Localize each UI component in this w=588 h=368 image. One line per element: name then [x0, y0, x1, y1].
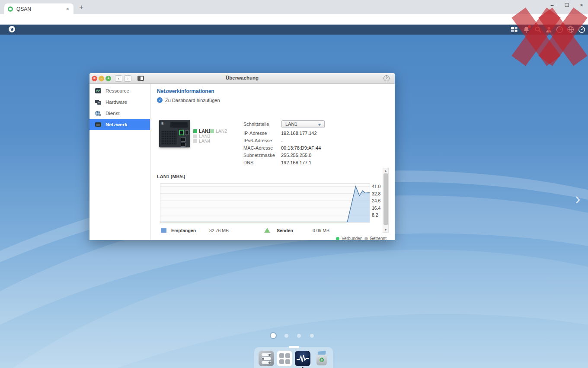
search-icon[interactable] [534, 26, 542, 33]
resource-gauge-icon[interactable] [578, 26, 585, 33]
lan2-label: LAN2 [216, 128, 227, 134]
desktop-page-dot-3[interactable] [297, 334, 301, 338]
field-label-schnittstelle: Schnittstelle [243, 122, 269, 127]
field-value-mac: 00:13:78:D9:AF:44 [281, 145, 321, 150]
y-axis-tick: 24.6 [372, 198, 380, 203]
chart-title: LAN1 (MB/s) [157, 174, 185, 179]
lan4-status-square [193, 139, 197, 143]
content-scrollbar[interactable]: ▲ ▼ [383, 168, 389, 233]
dock-handle[interactable] [289, 346, 299, 348]
desktop-page-dot-1[interactable] [271, 333, 276, 338]
browser-tab-strip: QSAN × + – ☐ × [0, 0, 588, 14]
sidebar-item-dienst[interactable]: Dienst [89, 108, 150, 119]
nas-device-image: B [159, 120, 190, 147]
lan4-label: LAN4 [199, 138, 210, 144]
notification-badge [528, 25, 531, 28]
lan1-label: LAN1 [199, 128, 211, 134]
y-axis-tick: 32.8 [372, 191, 380, 196]
monitoring-window: × – + ‹ › Überwachung ? Ressource Hardwa… [89, 73, 395, 240]
field-label-subnetz: Subnetzmaske [243, 153, 275, 158]
browser-toolbar: ← → ⟳ i Nicht sicher | 192.168.177.143 :… [0, 14, 588, 25]
sidebar-item-netzwerk[interactable]: Netzwerk [89, 119, 150, 130]
qsm-desktop: × – + ‹ › Überwachung ? Ressource Hardwa… [0, 35, 588, 368]
panel-heading: Netzwerkinformationen [157, 88, 214, 94]
sent-legend-value: 0.09 MB [313, 228, 329, 233]
network-info-panel: Netzwerkinformationen ✓ Zu Dashboard hin… [150, 84, 395, 240]
qsan-favicon [8, 6, 13, 12]
y-axis-tick: 16.4 [372, 205, 380, 211]
dock: ♻ [254, 347, 333, 368]
sidebar-item-label: Dienst [105, 111, 120, 116]
window-minimize-button[interactable]: – [546, 1, 559, 10]
sidebar-item-hardware[interactable]: Hardware [89, 96, 150, 108]
field-label-mac: MAC-Adresse [243, 145, 273, 150]
lan3-status-square [193, 134, 197, 138]
sent-legend-label: Senden [277, 228, 293, 233]
control-panel-icon[interactable] [259, 351, 274, 366]
nas-vent-grille [161, 131, 177, 145]
received-legend-value: 32.76 MB [209, 228, 229, 233]
field-value-dns: 192.168.177.1 [281, 160, 311, 165]
desktop-page-dot-2[interactable] [284, 334, 288, 338]
sidebar-item-label: Netzwerk [105, 122, 128, 127]
language-globe-icon[interactable] [567, 26, 574, 33]
field-value-ip: 192.168.177.142 [281, 131, 317, 136]
user-icon[interactable] [545, 26, 553, 33]
lan-chart-svg [160, 184, 370, 222]
dashboard-icon[interactable] [511, 26, 518, 33]
window-title: Überwachung [89, 75, 395, 80]
scroll-up-icon[interactable]: ▲ [383, 169, 388, 172]
monitoring-sidebar: Ressource Hardware Dienst Netzwerk [89, 84, 150, 240]
field-label-dns: DNS [243, 160, 253, 165]
window-titlebar[interactable]: × – + ‹ › Überwachung ? [89, 73, 395, 84]
new-tab-button[interactable]: + [79, 3, 83, 12]
qsan-top-bar [0, 25, 588, 35]
nas-lan3-port [181, 137, 185, 142]
connected-label: Verbunden [342, 236, 362, 240]
sidebar-item-label: Ressource [105, 88, 129, 93]
y-axis-tick: 41.0 [372, 184, 380, 189]
scrollbar-thumb[interactable] [383, 173, 388, 225]
tab-title: QSAN [16, 6, 65, 12]
nas-logo-mark: B [161, 122, 164, 125]
monitor-app-icon[interactable] [295, 351, 310, 366]
disconnected-dot [364, 237, 368, 240]
tab-close-icon[interactable]: × [65, 6, 70, 12]
sidebar-item-ressource[interactable]: Ressource [89, 85, 150, 96]
qsan-logo[interactable] [9, 26, 15, 32]
received-legend-label: Empfangen [171, 228, 196, 233]
network-icon [95, 122, 102, 128]
app-grid-icon[interactable] [277, 351, 292, 366]
field-value-subnetz: 255.255.255.0 [281, 153, 311, 158]
nas-psu-slot [170, 122, 188, 128]
desktop-page-dot-4[interactable] [310, 334, 314, 338]
field-label-ipv6: IPv6-Adresse [243, 138, 272, 143]
recycle-bin-icon[interactable]: ♻ [314, 351, 329, 366]
sent-legend-swatch [264, 228, 270, 233]
help-icon[interactable]: ? [556, 26, 563, 33]
received-legend-swatch [161, 228, 166, 233]
disconnected-label: Getrennt [370, 236, 387, 240]
browser-tab[interactable]: QSAN × [4, 3, 74, 14]
svg-text:?: ? [559, 28, 561, 32]
dashboard-checkbox[interactable]: ✓ [157, 97, 163, 103]
notification-bell-icon[interactable] [523, 26, 530, 33]
interface-select[interactable]: LAN1 [281, 120, 325, 128]
field-label-ip: IP-Adresse [243, 131, 267, 136]
sidebar-item-label: Hardware [105, 99, 127, 105]
service-globe-icon [95, 110, 102, 116]
dashboard-checkbox-label: Zu Dashboard hinzufügen [165, 98, 220, 103]
lan-throughput-chart [160, 183, 370, 223]
y-axis-tick: 8.2 [372, 212, 378, 218]
resource-chart-icon [95, 88, 102, 94]
window-help-icon[interactable]: ? [383, 75, 390, 81]
field-value-ipv6: - [281, 138, 283, 143]
chart-legend: Empfangen 32.76 MB Senden 0.09 MB [150, 227, 395, 235]
nas-lan4-port [181, 143, 185, 147]
window-close-button[interactable]: × [575, 1, 588, 10]
window-maximize-button[interactable]: ☐ [560, 1, 573, 10]
interface-select-value: LAN1 [285, 122, 297, 127]
next-page-chevron-icon[interactable]: › [569, 187, 586, 211]
nas-lan1-port [179, 130, 184, 135]
connected-dot [336, 237, 339, 240]
